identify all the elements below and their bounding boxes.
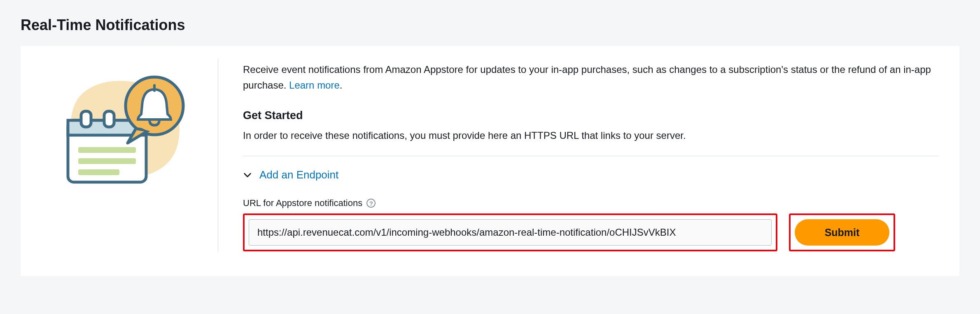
chevron-down-icon — [243, 171, 252, 180]
intro-suffix: . — [340, 80, 343, 91]
url-input-highlight — [243, 213, 777, 251]
content-column: Receive event notifications from Amazon … — [218, 59, 939, 251]
add-endpoint-label: Add an Endpoint — [259, 169, 338, 181]
calendar-bell-illustration — [56, 67, 191, 186]
help-icon[interactable]: ? — [366, 199, 376, 208]
svg-rect-2 — [81, 111, 91, 127]
svg-rect-6 — [78, 169, 119, 175]
intro-text-body: Receive event notifications from Amazon … — [243, 64, 931, 91]
learn-more-link[interactable]: Learn more — [289, 80, 340, 91]
intro-text: Receive event notifications from Amazon … — [243, 62, 939, 94]
get-started-heading: Get Started — [243, 109, 939, 122]
notifications-card: Receive event notifications from Amazon … — [21, 46, 959, 276]
illustration-column — [41, 59, 218, 251]
svg-rect-5 — [78, 158, 136, 164]
add-endpoint-expander[interactable]: Add an Endpoint — [243, 169, 939, 181]
submit-button-highlight: Submit — [789, 213, 895, 251]
url-input[interactable] — [249, 219, 772, 246]
url-field-label: URL for Appstore notifications — [243, 198, 362, 209]
page-title: Real-Time Notifications — [21, 16, 959, 34]
svg-rect-3 — [104, 111, 114, 127]
divider — [243, 156, 939, 156]
get-started-description: In order to receive these notifications,… — [243, 128, 939, 143]
svg-rect-4 — [78, 147, 136, 153]
submit-button[interactable]: Submit — [795, 219, 889, 246]
